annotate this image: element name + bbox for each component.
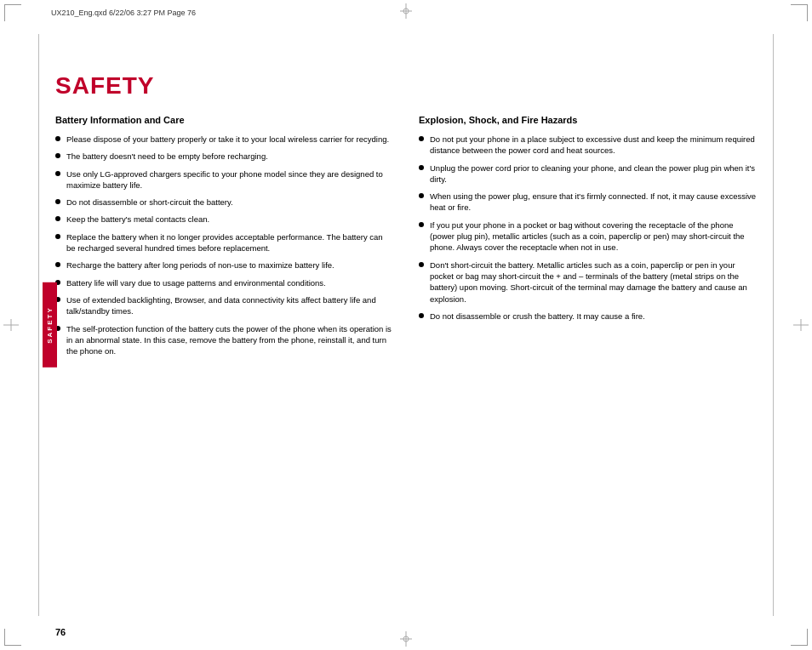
- header-text: UX210_Eng.qxd 6/22/06 3:27 PM Page 76: [51, 9, 196, 17]
- header-bar: UX210_Eng.qxd 6/22/06 3:27 PM Page 76: [51, 9, 761, 17]
- left-bullet-list: Please dispose of your battery properly …: [55, 134, 393, 356]
- reg-mark-bl: [4, 629, 21, 646]
- list-item: Battery life will vary due to usage patt…: [55, 277, 393, 288]
- left-margin-line: [38, 34, 39, 616]
- bullet-text: Unplug the power cord prior to cleaning …: [430, 162, 757, 185]
- right-bullet-list: Do not put your phone in a place subject…: [419, 134, 757, 322]
- page-number: 76: [55, 627, 66, 637]
- bullet-dot-icon: [55, 199, 60, 204]
- bullet-dot-icon: [419, 262, 424, 267]
- bullet-text: Do not disassemble or short-circuit the …: [66, 197, 233, 208]
- reg-mark-tr: [791, 4, 808, 21]
- bullet-dot-icon: [55, 262, 60, 267]
- bullet-dot-icon: [419, 193, 424, 198]
- list-item: Unplug the power cord prior to cleaning …: [419, 162, 757, 185]
- bullet-dot-icon: [55, 216, 60, 221]
- list-item: Keep the battery's metal contacts clean.: [55, 214, 393, 225]
- bullet-dot-icon: [419, 313, 424, 318]
- bullet-dot-icon: [55, 171, 60, 176]
- bullet-dot-icon: [55, 153, 60, 158]
- right-column: Explosion, Shock, and Fire Hazards Do no…: [419, 115, 757, 362]
- bullet-dot-icon: [419, 222, 424, 227]
- left-column: Battery Information and Care Please disp…: [55, 115, 393, 362]
- reg-mark-br: [791, 629, 808, 646]
- bullet-dot-icon: [55, 136, 60, 141]
- left-section-title: Battery Information and Care: [55, 115, 393, 125]
- bullet-text: Recharge the battery after long periods …: [66, 259, 335, 271]
- list-item: The self-protection function of the batt…: [55, 323, 393, 357]
- bullet-text: Use of extended backlighting, Browser, a…: [66, 294, 393, 317]
- bullet-text: Replace the battery when it no longer pr…: [66, 231, 393, 254]
- bullet-dot-icon: [55, 234, 60, 239]
- list-item: Recharge the battery after long periods …: [55, 259, 393, 271]
- list-item: If you put your phone in a pocket or bag…: [419, 220, 757, 254]
- crosshair-left: [3, 319, 19, 331]
- right-section-title: Explosion, Shock, and Fire Hazards: [419, 115, 757, 125]
- bullet-text: Do not disassemble or crush the battery.…: [430, 311, 645, 322]
- reg-mark-tl: [4, 4, 21, 21]
- list-item: The battery doesn't need to be empty bef…: [55, 151, 393, 162]
- list-item: Do not disassemble or short-circuit the …: [55, 197, 393, 208]
- page-container: UX210_Eng.qxd 6/22/06 3:27 PM Page 76 SA…: [0, 0, 812, 650]
- bullet-text: Battery life will vary due to usage patt…: [66, 277, 326, 288]
- list-item: Use of extended backlighting, Browser, a…: [55, 294, 393, 317]
- bullet-text: The self-protection function of the batt…: [66, 323, 393, 357]
- crosshair-bottom: [400, 631, 412, 647]
- right-margin-line: [773, 34, 774, 616]
- list-item: Use only LG-approved chargers specific t…: [55, 168, 393, 191]
- bullet-text: When using the power plug, ensure that i…: [430, 191, 757, 214]
- bullet-dot-icon: [419, 165, 424, 170]
- bullet-text: Don't short-circuit the battery. Metalli…: [430, 259, 757, 305]
- bullet-text: Use only LG-approved chargers specific t…: [66, 168, 393, 191]
- main-content: SAFETY Battery Information and Care Plea…: [55, 26, 757, 616]
- list-item: When using the power plug, ensure that i…: [419, 191, 757, 214]
- bullet-text: Do not put your phone in a place subject…: [430, 134, 757, 157]
- list-item: Replace the battery when it no longer pr…: [55, 231, 393, 254]
- page-title: SAFETY: [55, 72, 757, 100]
- list-item: Don't short-circuit the battery. Metalli…: [419, 259, 757, 305]
- safety-sidebar: SAFETY: [43, 282, 57, 368]
- bullet-text: The battery doesn't need to be empty bef…: [66, 151, 268, 162]
- bullet-dot-icon: [419, 136, 424, 141]
- bullet-text: If you put your phone in a pocket or bag…: [430, 220, 757, 254]
- list-item: Do not put your phone in a place subject…: [419, 134, 757, 157]
- bullet-text: Please dispose of your battery properly …: [66, 134, 389, 145]
- bullet-text: Keep the battery's metal contacts clean.: [66, 214, 209, 225]
- crosshair-right: [793, 319, 809, 331]
- list-item: Please dispose of your battery properly …: [55, 134, 393, 145]
- content-columns: Battery Information and Care Please disp…: [55, 115, 757, 362]
- list-item: Do not disassemble or crush the battery.…: [419, 311, 757, 322]
